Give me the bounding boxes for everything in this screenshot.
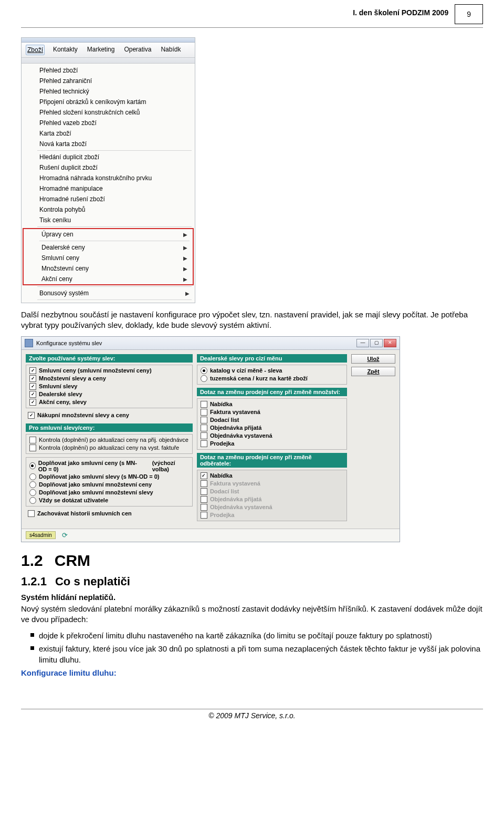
close-button[interactable]: ✕ <box>384 339 396 347</box>
heading-text: Co s neplatiči <box>55 575 130 588</box>
cb-faktura-1[interactable]: Faktura vystavená <box>198 408 345 416</box>
menubar-item-marketing[interactable]: Marketing <box>86 45 116 55</box>
chevron-right-icon: ▶ <box>183 232 187 237</box>
dialog-titlebar: Konfigurace systému slev — ▢ ✕ <box>22 337 400 350</box>
cb-mnozstevni-slevy[interactable]: ✓Množstevní slevy a ceny <box>27 375 191 383</box>
dd-karta-zbozi[interactable]: Karta zboží <box>22 128 195 139</box>
page-footer: © 2009 MTJ Service, s.r.o. <box>21 709 483 720</box>
minimize-button[interactable]: — <box>356 339 369 347</box>
dd-tisk-ceniku[interactable]: Tisk ceníku <box>22 215 195 225</box>
section-header-dealer: Dealerské slevy pro cizí měnu <box>197 354 347 363</box>
dd-prehled-vazeb[interactable]: Přehled vazeb zboží <box>22 118 195 128</box>
rb-dotazat[interactable]: Vždy se dotázat uživatele <box>27 497 191 504</box>
bullet-1: dojde k překročení limitu dluhu nastaven… <box>30 630 483 641</box>
paragraph-2: Nový systém sledování platební morálky z… <box>21 604 483 625</box>
app-icon <box>25 339 33 347</box>
footer-text: © 2009 MTJ Service, s.r.o. <box>21 711 483 720</box>
bullet-list: dojde k překročení limitu dluhu nastaven… <box>21 630 483 665</box>
save-button[interactable]: Ulož <box>351 354 395 364</box>
menubar-item-operativa[interactable]: Operativa <box>123 45 152 55</box>
cb-nakupni-mnozstevni[interactable]: ✓Nákupní množstevní slevy a ceny <box>26 411 193 419</box>
refresh-icon[interactable]: ⟳ <box>61 531 69 540</box>
dialog-statusbar: s4sadmin ⟳ <box>22 529 400 542</box>
cb-prodejka-2: Prodejka <box>198 511 345 519</box>
rb-dopln-mnoz-ceny[interactable]: Doplňovat jako smluvní množstevní ceny <box>27 481 191 489</box>
dd-hromadne-ruseni[interactable]: Hromadné rušení zboží <box>22 194 195 204</box>
cb-obj-prij-1[interactable]: Objednávka přijatá <box>198 424 345 432</box>
cb-nabidka-1[interactable]: Nabídka <box>198 400 345 408</box>
heading-1-2-1: 1.2.1 Co s neplatiči <box>21 575 483 588</box>
cb-smluvni-ceny[interactable]: ✓Smluvní ceny (smluvní množstevní ceny) <box>27 367 191 375</box>
dd-pripojeni-obrazku[interactable]: Připojení obrázků k ceníkovým kartám <box>22 97 195 107</box>
menu-screenshot: Zboží Kontakty Marketing Operativa Nabíd… <box>21 37 195 303</box>
dd-upravy-cen[interactable]: Úpravy cen▶ <box>24 229 193 240</box>
dd-prehled-technicky[interactable]: Přehled technický <box>22 86 195 97</box>
rb-dopln-ceny-mn[interactable]: Doplňovat jako smluvní ceny (s MN-OD = 0… <box>27 459 191 473</box>
chevron-right-icon: ▶ <box>183 245 187 251</box>
cb-historie[interactable]: Zachovávat historii smluvních cen <box>26 510 193 518</box>
dd-prehled-slozeni[interactable]: Přehled složení konstrukčních celků <box>22 107 195 118</box>
dropdown-menu: Přehled zboží Přehled zahraniční Přehled… <box>22 64 195 303</box>
menubar-item-nabidk[interactable]: Nabídk <box>160 45 182 55</box>
highlighted-submenu-group: Úpravy cen▶ Dealerské ceny▶ Smluvní ceny… <box>23 228 194 285</box>
paragraph-1: Další nezbytnou součástí je nastavení ko… <box>21 309 483 331</box>
heading-num: 1.2 <box>21 552 43 570</box>
header-title: I. den školení PODZIM 2009 <box>353 4 448 17</box>
maximize-button[interactable]: ▢ <box>370 339 383 347</box>
cb-obj-vyst-2: Objednávka vystavená <box>198 503 345 511</box>
dd-hromadna-nahrada[interactable]: Hromadná náhrada konstrukčního prvku <box>22 173 195 183</box>
dd-nova-karta-zbozi[interactable]: Nová karta zboží <box>22 139 195 149</box>
section-header-smluvni: Pro smluvní slevy/ceny: <box>26 423 193 432</box>
rb-katalog-cizi[interactable]: katalog v cizí měně - sleva <box>198 367 345 375</box>
dd-mnozstevni-ceny[interactable]: Množstevní ceny▶ <box>24 263 193 274</box>
section-header-dotaz-mnoz: Dotaz na změnu prodejní ceny při změně m… <box>197 388 347 396</box>
bullet-2: existují faktury, které jsou více jak 30… <box>30 643 483 665</box>
rb-dopln-mnoz-slevy[interactable]: Doplňovat jako smluvní množstevní slevy <box>27 489 191 497</box>
dd-akcni-ceny[interactable]: Akční ceny▶ <box>24 274 193 284</box>
header-divider <box>21 27 483 28</box>
rb-dopln-slevy-mn[interactable]: Doplňovat jako smluvní slevy (s MN-OD = … <box>27 473 191 481</box>
heading-num: 1.2.1 <box>21 575 47 588</box>
page-number: 9 <box>455 4 483 24</box>
dd-ruseni-duplicit[interactable]: Rušení duplicit zboží <box>22 162 195 173</box>
section-header-dotaz-odb: Dotaz na změnu prodejní ceny při změně o… <box>197 453 347 468</box>
menubar-item-kontakty[interactable]: Kontakty <box>52 45 79 55</box>
cb-kontrola-obj[interactable]: Kontrola (doplnění) po aktualizaci ceny … <box>27 436 191 444</box>
page-header: I. den školení PODZIM 2009 9 <box>21 4 483 24</box>
rb-tuzemska-kurz[interactable]: tuzemská cena / kurz na kartě zboží <box>198 375 345 383</box>
cb-dodaci-2: Dodací list <box>198 488 345 495</box>
cb-prodejka-1[interactable]: Prodejka <box>198 440 345 448</box>
cb-obj-vyst-1[interactable]: Objednávka vystavená <box>198 432 345 440</box>
cb-faktura-2: Faktura vystavená <box>198 480 345 488</box>
dd-hledani-duplicit[interactable]: Hledání duplicit zboží <box>22 152 195 162</box>
config-heading: Konfigurace limitu dluhu: <box>21 668 483 677</box>
dd-bonusovy-system[interactable]: Bonusový systém▶ <box>22 288 195 298</box>
dialog-screenshot: Konfigurace systému slev — ▢ ✕ Zvolte po… <box>21 336 400 542</box>
cb-obj-prij-2: Objednávka přijatá <box>198 495 345 503</box>
status-user: s4sadmin <box>26 531 56 539</box>
cb-smluvni-slevy[interactable]: ✓Smluvní slevy <box>27 383 191 390</box>
dd-smluvni-ceny[interactable]: Smluvní ceny▶ <box>24 253 193 263</box>
heading-1-2: 1.2 CRM <box>21 552 483 570</box>
chevron-right-icon: ▶ <box>183 266 187 272</box>
dd-prehled-zbozi[interactable]: Přehled zboží <box>22 65 195 76</box>
cb-dealerske-slevy[interactable]: ✓Dealerské slevy <box>27 390 191 398</box>
cb-akcni-ceny[interactable]: ✓Akční ceny, slevy <box>27 398 191 406</box>
cb-kontrola-fakt[interactable]: Kontrola (doplnění) po aktualizaci ceny … <box>27 444 191 452</box>
bold-subtitle: Systém hlídání neplatičů. <box>21 593 483 602</box>
dd-dealerske-ceny[interactable]: Dealerské ceny▶ <box>24 242 193 253</box>
chevron-right-icon: ▶ <box>185 291 190 296</box>
back-button[interactable]: Zpět <box>351 367 395 376</box>
cb-dodaci-1[interactable]: Dodací list <box>198 416 345 424</box>
section-header-systems: Zvolte používané systémy slev: <box>26 354 193 363</box>
dd-prehled-zahranicni[interactable]: Přehled zahraniční <box>22 76 195 86</box>
dd-hromadne-manipulace[interactable]: Hromadné manipulace <box>22 183 195 194</box>
dialog-title: Konfigurace systému slev <box>36 340 102 346</box>
menubar-item-zbozi[interactable]: Zboží <box>26 45 45 55</box>
menubar: Zboží Kontakty Marketing Operativa Nabíd… <box>22 43 195 58</box>
heading-text: CRM <box>55 552 90 570</box>
cb-nabidka-2[interactable]: ✓Nabídka <box>198 472 345 480</box>
chevron-right-icon: ▶ <box>183 276 187 282</box>
dd-kontrola-pohybu[interactable]: Kontrola pohybů <box>22 204 195 215</box>
chevron-right-icon: ▶ <box>183 255 187 261</box>
